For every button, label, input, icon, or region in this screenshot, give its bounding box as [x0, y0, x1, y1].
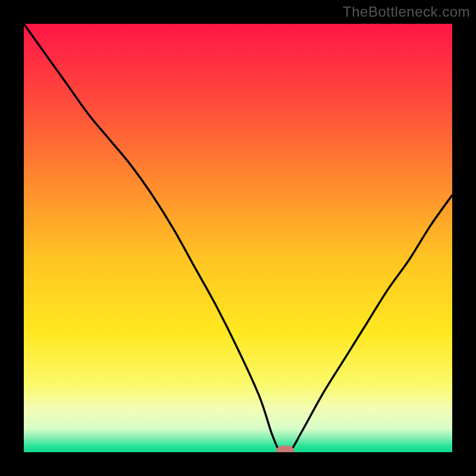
watermark-label: TheBottleneck.com	[343, 4, 470, 20]
chart-container: TheBottleneck.com	[0, 0, 476, 476]
gradient-background	[24, 24, 452, 452]
chart-svg	[24, 24, 452, 452]
plot-area	[24, 24, 452, 452]
optimal-marker	[276, 446, 294, 452]
